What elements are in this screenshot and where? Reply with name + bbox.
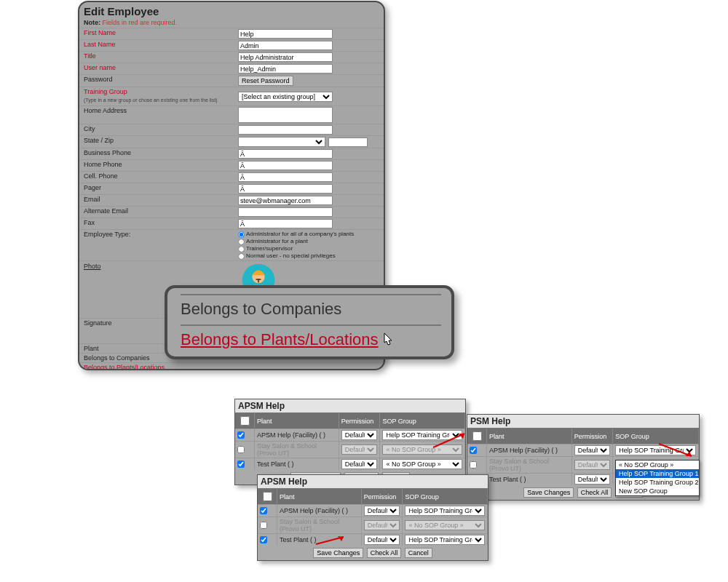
sop-group-select[interactable]: Help SOP Training Group 1 <box>405 506 485 516</box>
row-checkbox[interactable] <box>237 446 245 453</box>
label-state-zip: State / Zip <box>79 136 238 148</box>
sop-group-dropdown-open[interactable]: « No SOP Group »Help SOP Training Group … <box>615 460 700 496</box>
reset-password-button[interactable]: Reset Password <box>238 76 293 86</box>
row-checkbox[interactable] <box>260 507 267 514</box>
sop-group-select[interactable]: Help SOP Training Group 1 <box>615 445 696 455</box>
label-business-phone: Business Phone <box>79 148 238 159</box>
col-plant: Plant <box>487 428 572 445</box>
table-row: Stay Salon & School (Provo UT)Default« N… <box>258 517 488 534</box>
sop-group-select[interactable]: Help SOP Training Group 1 <box>382 430 462 440</box>
label-first-name: First Name <box>79 28 238 39</box>
zip-input[interactable] <box>328 137 368 147</box>
fax-input[interactable] <box>238 219 333 228</box>
sop-group-select[interactable]: Help SOP Training Group 1 <box>405 535 485 545</box>
apsm1-check-all-header[interactable] <box>240 416 250 426</box>
callout-plants-link[interactable]: Belongs to Plants/Locations <box>181 326 441 354</box>
label-username: User name <box>79 63 238 74</box>
table-row: APSM Help (Facility) ( )DefaultHelp SOP … <box>467 445 699 457</box>
business-phone-input[interactable] <box>238 149 333 159</box>
row-checkbox[interactable] <box>237 461 245 468</box>
permission-select[interactable]: Default <box>574 445 611 455</box>
sop-group-select[interactable]: « No SOP Group » <box>382 459 462 469</box>
row-checkbox[interactable] <box>260 522 267 529</box>
dropdown-option[interactable]: New SOP Group <box>616 487 699 495</box>
table-row: APSM Help (Facility) ( )DefaultHelp SOP … <box>235 429 465 442</box>
row-checkbox[interactable] <box>237 431 245 439</box>
permission-select[interactable]: Default <box>574 460 611 470</box>
table-row: Stay Salon & School (Provo UT)Default« N… <box>235 442 465 458</box>
permission-select[interactable]: Default <box>364 520 400 530</box>
row-checkbox[interactable] <box>470 447 477 454</box>
home-address-input[interactable] <box>238 107 333 123</box>
apsm3-table: Plant Permission SOP Group APSM Help (Fa… <box>258 489 488 546</box>
radio-admin-plant[interactable] <box>238 239 245 245</box>
radio-admin-company[interactable] <box>238 231 245 238</box>
plant-cell: APSM Help (Facility) ( ) <box>277 505 362 517</box>
col-sop: SOP Group <box>613 428 699 445</box>
col-plant: Plant <box>255 413 339 429</box>
apsm2-save-button[interactable]: Save Changes <box>523 487 574 498</box>
apsm1-table: Plant Permission SOP Group APSM Help (Fa… <box>235 413 465 470</box>
permission-select[interactable]: Default <box>574 474 611 485</box>
label-email: Email <box>79 195 238 206</box>
apsm-panel-1: APSM Help Plant Permission SOP Group APS… <box>234 399 466 485</box>
apsm2-title: PSM Help <box>467 415 699 428</box>
state-select[interactable] <box>238 137 325 147</box>
apsm3-cancel-button[interactable]: Cancel <box>405 548 432 558</box>
apsm-panel-3: APSM Help Plant Permission SOP Group APS… <box>257 474 488 561</box>
apsm1-title: APSM Help <box>235 399 465 413</box>
plant-cell: APSM Help (Facility) ( ) <box>487 445 572 457</box>
table-row: Test Plant ( )Default« No SOP Group » <box>235 458 465 471</box>
cell-phone-input[interactable] <box>238 172 333 182</box>
title-input[interactable] <box>238 52 333 62</box>
sop-group-select[interactable]: « No SOP Group » <box>382 445 462 455</box>
label-employee-type: Employee Type: <box>79 230 238 260</box>
required-note: Note: Fields in red are required. <box>79 19 384 28</box>
pager-input[interactable] <box>238 184 333 194</box>
label-pager: Pager <box>79 183 238 194</box>
radio-normal[interactable] <box>238 253 245 260</box>
radio-trainer[interactable] <box>238 246 245 252</box>
alt-email-input[interactable] <box>238 207 333 217</box>
permission-select[interactable]: Default <box>364 535 400 545</box>
training-group-select[interactable]: [Select an existing group] <box>238 92 333 102</box>
username-input[interactable] <box>238 64 333 73</box>
sop-group-select[interactable]: « No SOP Group » <box>405 520 485 530</box>
dropdown-option[interactable]: Help SOP Training Group 2 <box>616 478 699 487</box>
last-name-input[interactable] <box>238 41 333 50</box>
table-row: APSM Help (Facility) ( )DefaultHelp SOP … <box>258 505 488 517</box>
col-sop: SOP Group <box>403 489 488 505</box>
permission-select[interactable]: Default <box>341 430 378 440</box>
permission-select[interactable]: Default <box>364 506 400 516</box>
callout-companies[interactable]: Belongs to Companies <box>181 294 441 326</box>
row-belongs-plants[interactable]: Belongs to Plants/Locations <box>79 362 384 370</box>
col-permission: Permission <box>361 489 403 505</box>
apsm3-checkall-button[interactable]: Check All <box>367 548 402 558</box>
plant-cell: APSM Help (Facility) ( ) <box>255 429 339 442</box>
panel-title: Edit Employee <box>79 2 384 19</box>
email-input[interactable] <box>238 196 333 205</box>
home-phone-input[interactable] <box>238 161 333 170</box>
apsm3-save-button[interactable]: Save Changes <box>313 548 363 558</box>
apsm2-checkall-button[interactable]: Check All <box>577 487 612 498</box>
permission-select[interactable]: Default <box>341 459 378 469</box>
plant-cell: Test Plant ( ) <box>255 458 339 471</box>
apsm2-check-all-header[interactable] <box>472 431 482 441</box>
employee-type-radios: Administrator for all of a company's pla… <box>238 231 354 260</box>
dropdown-option[interactable]: Help SOP Training Group 1 <box>616 469 699 478</box>
city-input[interactable] <box>238 125 333 135</box>
label-training-group: Training Group (Type in a new group or c… <box>79 87 238 105</box>
dropdown-option[interactable]: « No SOP Group » <box>616 461 699 469</box>
row-checkbox[interactable] <box>260 536 267 543</box>
col-permission: Permission <box>339 413 380 429</box>
apsm3-check-all-header[interactable] <box>263 492 272 501</box>
label-home-phone: Home Phone <box>79 160 238 171</box>
row-checkbox[interactable] <box>470 461 477 469</box>
label-title: Title <box>79 52 238 63</box>
plant-cell: Test Plant ( ) <box>277 534 362 546</box>
label-cell-phone: Cell. Phone <box>79 172 238 183</box>
plant-cell: Stay Salon & School (Provo UT) <box>255 442 339 458</box>
first-name-input[interactable] <box>238 29 333 39</box>
permission-select[interactable]: Default <box>341 445 378 455</box>
label-alt-email: Alternate Email <box>79 207 238 218</box>
